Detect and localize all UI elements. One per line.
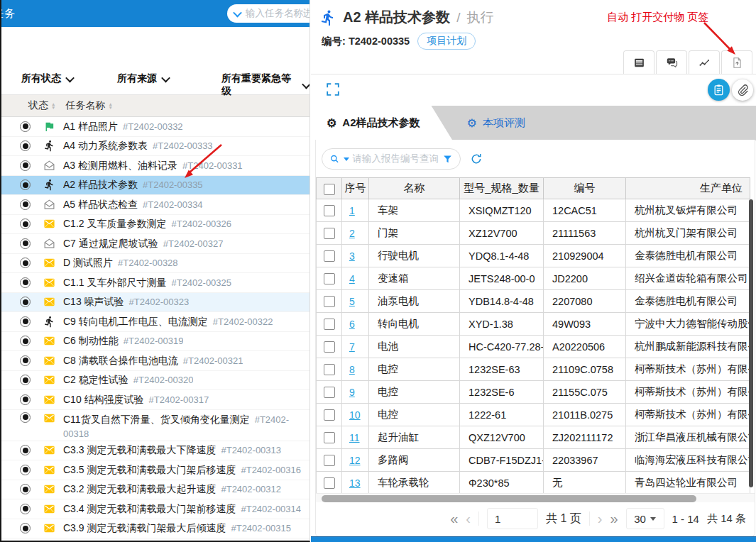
radio-selected-icon[interactable] xyxy=(20,465,31,475)
row-checkbox[interactable] xyxy=(324,273,335,284)
select-all-checkbox[interactable] xyxy=(324,184,335,195)
column-task-name[interactable]: 任务名称 xyxy=(65,99,105,112)
radio-selected-icon[interactable] xyxy=(20,179,31,190)
prev-page-button[interactable]: ‹ xyxy=(466,511,471,526)
row-checkbox[interactable] xyxy=(324,364,335,375)
task-row[interactable]: C3.5 测定无载和满载最大门架后移速度#T2402-00316 xyxy=(1,460,309,480)
task-row[interactable]: A4 动力系统参数表#T2402-00333 xyxy=(1,137,309,157)
task-row[interactable]: C10 结构强度试验#T2402-00317 xyxy=(1,390,309,410)
task-row[interactable]: D 测试照片#T2402-00328 xyxy=(1,254,309,274)
row-checkbox[interactable] xyxy=(324,477,335,489)
radio-selected-icon[interactable] xyxy=(20,394,31,405)
paperclip-attachment-button[interactable] xyxy=(732,79,753,101)
radio-selected-icon[interactable] xyxy=(20,336,31,346)
row-checkbox[interactable] xyxy=(324,250,335,262)
column-status[interactable]: 状态 xyxy=(28,99,48,112)
radio-selected-icon[interactable] xyxy=(20,277,31,288)
task-row[interactable]: A3 检测用燃料、油料记录#T2402-00331 xyxy=(1,156,309,176)
radio-selected-icon[interactable] xyxy=(20,523,31,533)
refresh-icon[interactable] xyxy=(470,153,483,165)
radio-selected-icon[interactable] xyxy=(20,258,31,268)
horizontal-scrollbar-track[interactable] xyxy=(316,493,755,503)
radio-selected-icon[interactable] xyxy=(20,412,31,423)
project-plan-tag[interactable]: 项目计划 xyxy=(417,33,476,50)
radio-selected-icon[interactable] xyxy=(20,297,31,307)
row-number-link[interactable]: 11 xyxy=(349,432,360,443)
row-number-link[interactable]: 7 xyxy=(349,341,355,353)
comments-button[interactable] xyxy=(656,50,687,74)
detail-tab[interactable]: ⚙ 本项评测 xyxy=(453,106,539,140)
task-row[interactable]: C3.3 测定无载和满载最大下降速度#T2402-00313 xyxy=(1,441,309,461)
row-number-link[interactable]: 2 xyxy=(349,228,355,239)
radio-selected-icon[interactable] xyxy=(20,219,31,229)
row-checkbox[interactable] xyxy=(324,455,335,466)
task-row[interactable]: C3.4 测定无载和满载最大门架前移速度#T2402-00314 xyxy=(1,499,309,519)
row-number-link[interactable]: 6 xyxy=(349,319,355,330)
table-row[interactable]: 8 电控 1232SE-63 21109C.0758 柯蒂斯技术（苏州）有限公司 xyxy=(317,358,750,381)
task-row[interactable]: C11货叉自然下滑量、货叉倾角变化量测定#T2402-00318 xyxy=(1,410,309,441)
row-checkbox[interactable] xyxy=(324,432,335,443)
radio-selected-icon[interactable] xyxy=(20,140,31,151)
table-row[interactable]: 6 转向电机 XYD-1.38 49W093 宁波中大力德智能传动股份有限公司 xyxy=(317,313,750,336)
row-number-link[interactable]: 1 xyxy=(349,205,355,216)
table-row[interactable]: 9 电控 1232SE-6 21155C.075 柯蒂斯技术（苏州）有限公司 xyxy=(317,381,750,404)
detail-tab[interactable]: ⚙ A2样品技术参数 xyxy=(311,106,453,140)
task-row[interactable]: A5 样品状态检查#T2402-00334 xyxy=(1,195,309,215)
row-number-link[interactable]: 5 xyxy=(349,296,355,307)
sort-icon[interactable]: ▲▼ xyxy=(108,102,112,109)
table-row[interactable]: 11 起升油缸 QXZ12V700 ZJ202111172 浙江华昌液压机械有限… xyxy=(317,426,750,449)
radio-selected-icon[interactable] xyxy=(20,445,31,455)
radio-selected-icon[interactable] xyxy=(20,199,31,210)
row-number-link[interactable]: 10 xyxy=(349,409,361,421)
task-row[interactable]: C8 满载联合操作电池电流#T2402-00321 xyxy=(1,351,309,371)
table-row[interactable]: 4 变速箱 JETS248-00-0 JD2200 绍兴金道齿轮箱有限公司 xyxy=(317,267,750,290)
row-checkbox[interactable] xyxy=(324,341,335,353)
row-number-link[interactable]: 8 xyxy=(349,364,355,375)
report-search-input[interactable]: 请输入报告编号查询 xyxy=(322,148,461,170)
radio-selected-icon[interactable] xyxy=(20,504,31,514)
table-row[interactable]: 7 电池 HC-C420-77.28-12 A20220506 杭州鹏成新能源科… xyxy=(317,336,750,358)
row-checkbox[interactable] xyxy=(324,228,335,239)
radio-selected-icon[interactable] xyxy=(20,484,31,494)
table-row[interactable]: 13 车轮承载轮 Φ230*85 无 青岛四达轮业有限公司 xyxy=(317,472,750,494)
row-checkbox[interactable] xyxy=(324,319,335,330)
radio-selected-icon[interactable] xyxy=(20,238,31,249)
page-size-select[interactable]: 30 xyxy=(626,508,664,529)
first-page-button[interactable]: « xyxy=(450,511,458,526)
next-page-button[interactable]: › xyxy=(598,511,603,526)
activity-trend-button[interactable] xyxy=(689,50,720,74)
row-checkbox[interactable] xyxy=(324,205,335,216)
filter-dropdown[interactable]: 所有状态 xyxy=(21,72,73,85)
page-number-input[interactable] xyxy=(487,508,538,529)
task-row[interactable]: C9 转向电机工作电压、电流测定#T2402-00322 xyxy=(1,312,309,332)
row-checkbox[interactable] xyxy=(324,409,335,421)
sort-icon[interactable]: ▲▼ xyxy=(51,102,55,109)
row-number-link[interactable]: 4 xyxy=(349,273,355,284)
task-row[interactable]: C7 通过规定爬坡试验#T2402-00327 xyxy=(1,234,309,254)
table-row[interactable]: 2 门架 XZ12V700 21111563 杭州杭叉门架有限公司 xyxy=(317,222,750,245)
row-checkbox[interactable] xyxy=(324,387,335,398)
fullscreen-expand-icon[interactable] xyxy=(325,82,341,97)
radio-selected-icon[interactable] xyxy=(20,375,31,385)
radio-selected-icon[interactable] xyxy=(20,121,31,132)
horizontal-scrollbar-thumb[interactable] xyxy=(322,495,696,502)
last-page-button[interactable]: » xyxy=(610,511,618,526)
task-row[interactable]: C1.1 叉车外部尺寸测量#T2402-00325 xyxy=(1,273,309,293)
row-checkbox[interactable] xyxy=(324,296,335,307)
task-row[interactable]: A2 样品技术参数#T2402-00335 xyxy=(1,176,309,196)
row-number-link[interactable]: 12 xyxy=(349,455,361,466)
task-row[interactable]: C3.2 测定无载和满载最大起升速度#T2402-00312 xyxy=(1,480,309,500)
task-row[interactable]: A1 样品照片#T2402-00332 xyxy=(1,117,309,137)
report-clipboard-button[interactable] xyxy=(708,79,730,101)
filter-funnel-icon[interactable] xyxy=(442,154,453,165)
table-row[interactable]: 10 电控 1222-61 21011B.0275 柯蒂斯技术（苏州）有限公司 xyxy=(317,404,750,426)
task-row[interactable]: C3.9 测定无载满载门架最大后倾速度#T2402-00315 xyxy=(1,519,309,539)
task-row[interactable]: C2 稳定性试验#T2402-00320 xyxy=(1,371,309,391)
radio-selected-icon[interactable] xyxy=(20,316,31,327)
table-row[interactable]: 3 行驶电机 YDQ8.1-4-48 210929004 金泰德胜电机有限公司 xyxy=(317,245,750,267)
task-row[interactable]: C13 噪声试验#T2402-00323 xyxy=(1,293,309,313)
detail-view-button[interactable] xyxy=(623,50,654,74)
row-number-link[interactable]: 9 xyxy=(349,387,355,398)
radio-selected-icon[interactable] xyxy=(20,160,31,171)
filter-dropdown[interactable]: 所有重要紧急等级 xyxy=(221,72,309,98)
